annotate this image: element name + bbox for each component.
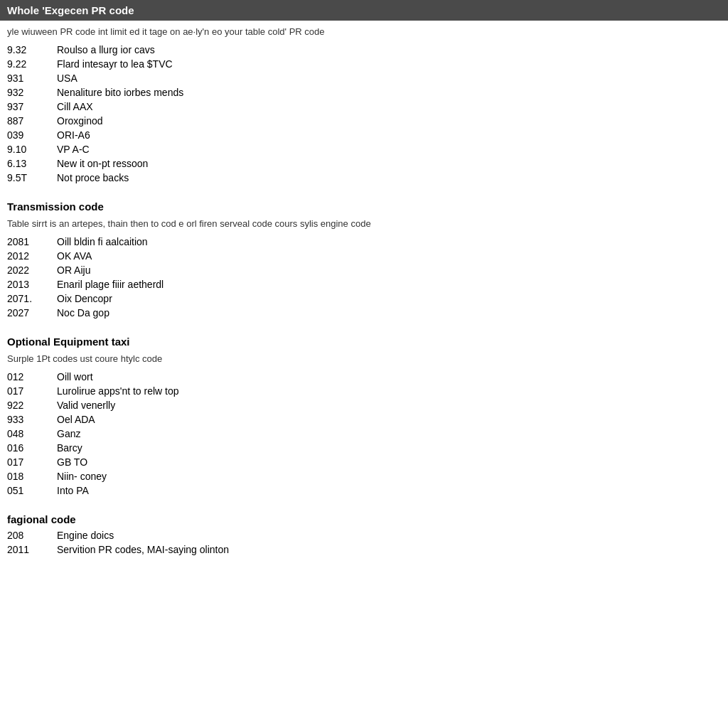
table-row: 2081Oill bldin fi aalcaition xyxy=(7,235,721,249)
code-label: Oroxginod xyxy=(57,115,103,127)
table-row: 2027Noc Da gop xyxy=(7,306,721,320)
section-body-optional-equipment: 012Oill wort017Lurolirue apps'nt to relw… xyxy=(0,370,728,498)
code-number: 2012 xyxy=(7,250,57,262)
code-number: 016 xyxy=(7,442,57,454)
code-number: 9.10 xyxy=(7,144,57,155)
code-number: 2013 xyxy=(7,279,57,290)
table-row: 937Cill AAX xyxy=(7,100,721,114)
code-label: Roulso a llurg ior cavs xyxy=(57,44,155,55)
code-label: Ganz xyxy=(57,428,80,439)
table-row: 932Nenaliture bito iorbes mends xyxy=(7,85,721,100)
code-number: 2081 xyxy=(7,236,57,247)
code-label: Oel ADA xyxy=(57,414,95,425)
code-number: 9.5T xyxy=(7,172,57,183)
table-row: 6.13New it on-pt ressoon xyxy=(7,156,721,171)
section-transmission: Transmission code Table sirrt is an arte… xyxy=(0,195,728,320)
code-number: 017 xyxy=(7,456,57,468)
code-label: Valid venerlly xyxy=(57,400,115,411)
code-number: 039 xyxy=(7,129,57,141)
code-label: OR Aiju xyxy=(57,264,90,276)
table-row: 2012OK AVA xyxy=(7,249,721,263)
code-label: Barcy xyxy=(57,442,82,454)
section-body-fagional: 208Engine doics2011Servition PR codes, M… xyxy=(0,528,728,557)
code-label: Oill bldin fi aalcaition xyxy=(57,236,148,247)
table-row: 208Engine doics xyxy=(7,528,721,542)
code-number: 933 xyxy=(7,414,57,425)
table-row: 039ORI-A6 xyxy=(7,128,721,142)
code-label: Enaril plage fiiir aetherdl xyxy=(57,279,164,290)
table-row: 012Oill wort xyxy=(7,370,721,384)
code-label: ORI-A6 xyxy=(57,129,90,141)
table-row: 931USA xyxy=(7,71,721,85)
code-label: Flard intesayr to lea $TVC xyxy=(57,58,173,70)
code-number: 2022 xyxy=(7,264,57,276)
table-row: 922Valid venerlly xyxy=(7,398,721,412)
table-row: 2071.Oix Dencopr xyxy=(7,291,721,306)
code-number: 2011 xyxy=(7,544,57,555)
code-label: Servition PR codes, MAI-saying olinton xyxy=(57,544,229,555)
section-optional-equipment: Optional Equipment taxi Surple 1Pt codes… xyxy=(0,330,728,498)
table-row: 887Oroxginod xyxy=(7,114,721,128)
code-label: Not proce backs xyxy=(57,172,129,183)
code-label: OK AVA xyxy=(57,250,92,262)
table-row: 933Oel ADA xyxy=(7,412,721,427)
table-row: 051Into PA xyxy=(7,483,721,498)
code-number: 932 xyxy=(7,87,57,98)
code-number: 051 xyxy=(7,485,57,496)
code-label: Engine doics xyxy=(57,530,114,541)
code-number: 017 xyxy=(7,385,57,397)
table-row: 048Ganz xyxy=(7,427,721,441)
code-number: 931 xyxy=(7,73,57,84)
code-label: GB TO xyxy=(57,456,87,468)
code-label: USA xyxy=(57,73,77,84)
section-desc-transmission: Table sirrt is an artepes, thain then to… xyxy=(0,215,728,233)
section-desc-whole-exgecen: yle wiuween PR code int limit ed it tage… xyxy=(0,23,728,41)
section-whole-exgecen: Whole 'Exgecen PR code yle wiuween PR co… xyxy=(0,0,728,185)
code-number: 012 xyxy=(7,371,57,382)
code-label: Nenaliture bito iorbes mends xyxy=(57,87,183,98)
code-number: 9.22 xyxy=(7,58,57,70)
section-header-whole-exgecen: Whole 'Exgecen PR code xyxy=(0,0,728,21)
section-desc-optional-equipment: Surple 1Pt codes ust coure htylc code xyxy=(0,350,728,368)
table-row: 018Niin- coney xyxy=(7,469,721,483)
code-label: VP A-C xyxy=(57,144,90,155)
code-number: 018 xyxy=(7,471,57,482)
code-number: 2027 xyxy=(7,307,57,318)
table-row: 9.10VP A-C xyxy=(7,142,721,156)
table-row: 9.5TNot proce backs xyxy=(7,171,721,185)
code-label: Oill wort xyxy=(57,371,93,382)
table-row: 2013Enaril plage fiiir aetherdl xyxy=(7,277,721,291)
code-label: Niin- coney xyxy=(57,471,107,482)
section-header-optional-equipment: Optional Equipment taxi xyxy=(0,330,728,350)
code-number: 9.32 xyxy=(7,44,57,55)
code-number: 2071. xyxy=(7,293,57,304)
section-header-fagional: fagional code xyxy=(0,508,728,528)
code-label: New it on-pt ressoon xyxy=(57,158,148,169)
code-number: 922 xyxy=(7,400,57,411)
code-label: Noc Da gop xyxy=(57,307,109,318)
code-label: Lurolirue apps'nt to relw top xyxy=(57,385,179,397)
table-row: 9.22Flard intesayr to lea $TVC xyxy=(7,57,721,71)
section-body-whole-exgecen: 9.32Roulso a llurg ior cavs9.22Flard int… xyxy=(0,43,728,185)
code-label: Cill AAX xyxy=(57,101,93,112)
table-row: 2011Servition PR codes, MAI-saying olint… xyxy=(7,542,721,557)
page-container: Whole 'Exgecen PR code yle wiuween PR co… xyxy=(0,0,728,557)
table-row: 017Lurolirue apps'nt to relw top xyxy=(7,384,721,398)
table-row: 2022OR Aiju xyxy=(7,263,721,277)
code-label: Oix Dencopr xyxy=(57,293,112,304)
section-body-transmission: 2081Oill bldin fi aalcaition2012OK AVA20… xyxy=(0,235,728,320)
table-row: 016Barcy xyxy=(7,441,721,455)
section-header-transmission: Transmission code xyxy=(0,195,728,215)
code-number: 887 xyxy=(7,115,57,127)
code-number: 048 xyxy=(7,428,57,439)
code-number: 937 xyxy=(7,101,57,112)
section-fagional: fagional code 208Engine doics2011Serviti… xyxy=(0,508,728,557)
code-number: 6.13 xyxy=(7,158,57,169)
table-row: 017GB TO xyxy=(7,455,721,469)
code-label: Into PA xyxy=(57,485,89,496)
table-row: 9.32Roulso a llurg ior cavs xyxy=(7,43,721,57)
code-number: 208 xyxy=(7,530,57,541)
